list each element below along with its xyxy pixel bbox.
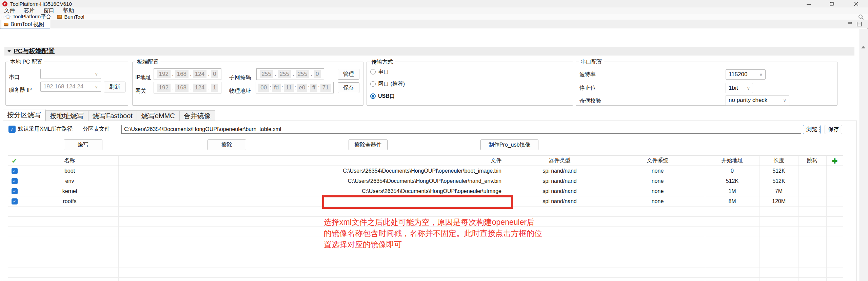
tab-burn-by-partition[interactable]: 按分区烧写 bbox=[3, 109, 45, 121]
burn-button[interactable]: 烧写 bbox=[64, 139, 102, 150]
cell-start: 1M bbox=[705, 186, 760, 196]
mac-segment[interactable]: 71 bbox=[320, 84, 331, 92]
erase-button[interactable]: 擦除 bbox=[208, 139, 246, 150]
cell-fs: none bbox=[610, 196, 705, 206]
maximize-button[interactable] bbox=[824, 0, 840, 7]
perspective-burntool[interactable]: BurnTool bbox=[57, 14, 84, 20]
server-ip-value: 192.168.124.24 bbox=[43, 83, 83, 90]
server-ip-select[interactable]: 192.168.124.24∨ bbox=[40, 82, 101, 92]
mac-segment[interactable]: 00 bbox=[258, 84, 269, 92]
mac-input[interactable]: 00: fd: 11: e0: ff: 71 bbox=[256, 82, 334, 93]
annotation-text: 选择xml文件之后此处可能为空，原因是每次构建openeuler后 的镜像名称包… bbox=[324, 217, 542, 250]
cell-file[interactable]: C:\Users\26354\Documents\HongOUPI\openeu… bbox=[119, 186, 509, 196]
ip-octet[interactable]: 124 bbox=[193, 70, 206, 78]
scroll-up-arrow-icon[interactable] bbox=[861, 46, 865, 48]
erase-all-button[interactable]: 擦除全器件 bbox=[349, 139, 388, 150]
radio-ethernet[interactable]: 网口 (推荐) bbox=[370, 81, 405, 87]
ip-octet[interactable]: 192 bbox=[157, 70, 171, 78]
cell-extra bbox=[827, 186, 843, 196]
chip-icon bbox=[57, 15, 62, 19]
make-pro-usb-image-button[interactable]: 制作Pro_usb镜像 bbox=[480, 139, 538, 150]
empty-cell bbox=[827, 257, 843, 267]
partition-table-path-input[interactable]: C:\Users\26354\Documents\HongOUPI\openeu… bbox=[121, 125, 801, 134]
empty-table-row bbox=[8, 267, 843, 278]
cell-length: 512K bbox=[760, 166, 798, 176]
empty-cell bbox=[119, 257, 509, 267]
board-ip-label: IP地址 bbox=[135, 74, 151, 81]
empty-cell bbox=[21, 278, 119, 281]
row-checkbox-cell[interactable]: ✓ bbox=[8, 176, 21, 186]
manage-button[interactable]: 管理 bbox=[338, 69, 359, 80]
cell-file[interactable]: C:\Users\26354\Documents\HongOUPI\openeu… bbox=[119, 166, 509, 176]
use-xml-path-checkbox[interactable]: ✓ bbox=[8, 126, 16, 133]
perspective-toolplatform[interactable]: ToolPlatform平台 bbox=[5, 14, 51, 20]
ip-octet[interactable]: 255 bbox=[296, 70, 309, 78]
plus-icon: ✚ bbox=[832, 157, 838, 165]
subnet-mask-input[interactable]: 255. 255. 255. 0 bbox=[256, 68, 324, 80]
empty-cell bbox=[705, 267, 760, 277]
radio-usb[interactable]: USB口 bbox=[370, 93, 395, 99]
ip-octet[interactable]: 0 bbox=[314, 70, 321, 78]
vertical-scrollbar[interactable] bbox=[859, 29, 868, 281]
ip-octet[interactable]: 0 bbox=[211, 70, 218, 78]
board-save-button[interactable]: 保存 bbox=[338, 82, 359, 93]
section-pc-board-config[interactable]: PC与板端配置 bbox=[4, 47, 854, 56]
ip-octet[interactable]: 1 bbox=[211, 84, 218, 92]
parity-select[interactable]: no parity check∨ bbox=[726, 95, 789, 105]
empty-cell bbox=[21, 227, 119, 237]
cell-file[interactable]: C:\Users\26354\Documents\HongOUPI\openeu… bbox=[119, 176, 509, 186]
mac-segment[interactable]: e0 bbox=[297, 84, 307, 92]
minimize-button[interactable] bbox=[801, 0, 816, 7]
select-all-check[interactable]: ✔ bbox=[8, 156, 21, 166]
close-button[interactable] bbox=[848, 0, 864, 7]
empty-cell bbox=[8, 227, 21, 237]
serial-port-select[interactable]: ∨ bbox=[40, 69, 101, 79]
view-maximize-icon[interactable] bbox=[857, 22, 862, 26]
tab-merge-image[interactable]: 合并镜像 bbox=[179, 110, 215, 121]
xml-save-button[interactable]: 保存 bbox=[825, 125, 842, 134]
mac-segment[interactable]: ff bbox=[310, 84, 317, 92]
empty-cell bbox=[8, 247, 21, 257]
table-row-kernel: ✓ kernel C:\Users\26354\Documents\HongOU… bbox=[8, 186, 843, 196]
empty-cell bbox=[509, 278, 610, 281]
mac-segment[interactable]: fd bbox=[272, 84, 281, 92]
toolbar-drag-handle[interactable] bbox=[1, 15, 3, 19]
tab-burn-by-address[interactable]: 按地址烧写 bbox=[45, 110, 88, 121]
refresh-button[interactable]: 刷新 bbox=[104, 82, 125, 92]
ip-octet[interactable]: 255 bbox=[278, 70, 291, 78]
row-checkbox-cell[interactable]: ✓ bbox=[8, 166, 21, 176]
ip-octet[interactable]: 168 bbox=[175, 70, 189, 78]
menu-chip[interactable]: 芯片 bbox=[23, 7, 35, 14]
empty-cell bbox=[610, 257, 705, 267]
radio-serial[interactable]: 串口 bbox=[370, 69, 389, 74]
empty-cell bbox=[21, 257, 119, 267]
row-checkbox-cell[interactable]: ✓ bbox=[8, 196, 21, 206]
cell-length: 120M bbox=[760, 196, 798, 206]
menu-help[interactable]: 帮助 bbox=[62, 7, 75, 14]
tab-burn-fastboot[interactable]: 烧写Fastboot bbox=[88, 110, 137, 121]
ip-octet[interactable]: 192 bbox=[157, 84, 171, 92]
mac-segment[interactable]: 11 bbox=[284, 84, 294, 92]
browse-button[interactable]: 浏览 bbox=[803, 125, 821, 134]
view-minimize-icon[interactable] bbox=[847, 22, 853, 26]
add-row-button[interactable]: ✚ bbox=[827, 156, 843, 166]
tab-burntool-view[interactable]: BurnTool 视图 bbox=[1, 20, 50, 28]
cell-name: rootfs bbox=[21, 196, 119, 206]
tab-burntool-view-label: BurnTool 视图 bbox=[11, 21, 44, 28]
radio-icon bbox=[370, 69, 376, 74]
tab-burn-emmc[interactable]: 烧写eMMC bbox=[137, 110, 179, 121]
empty-cell bbox=[798, 217, 827, 226]
menu-file[interactable]: 文件 bbox=[3, 7, 16, 14]
cell-fs: none bbox=[610, 166, 705, 176]
menu-window[interactable]: 窗口 bbox=[43, 7, 55, 14]
cell-extra bbox=[827, 176, 843, 186]
cell-name: kernel bbox=[21, 186, 119, 196]
ip-octet[interactable]: 124 bbox=[193, 84, 206, 92]
row-checkbox-cell[interactable]: ✓ bbox=[8, 186, 21, 196]
ip-octet[interactable]: 168 bbox=[175, 84, 189, 92]
stopbit-select[interactable]: 1bit∨ bbox=[726, 83, 753, 93]
baudrate-select[interactable]: 115200∨ bbox=[726, 69, 766, 80]
ip-octet[interactable]: 255 bbox=[260, 70, 273, 78]
gateway-input[interactable]: 192. 168. 124. 1 bbox=[154, 82, 221, 93]
board-ip-input[interactable]: 192. 168. 124. 0 bbox=[154, 68, 221, 80]
